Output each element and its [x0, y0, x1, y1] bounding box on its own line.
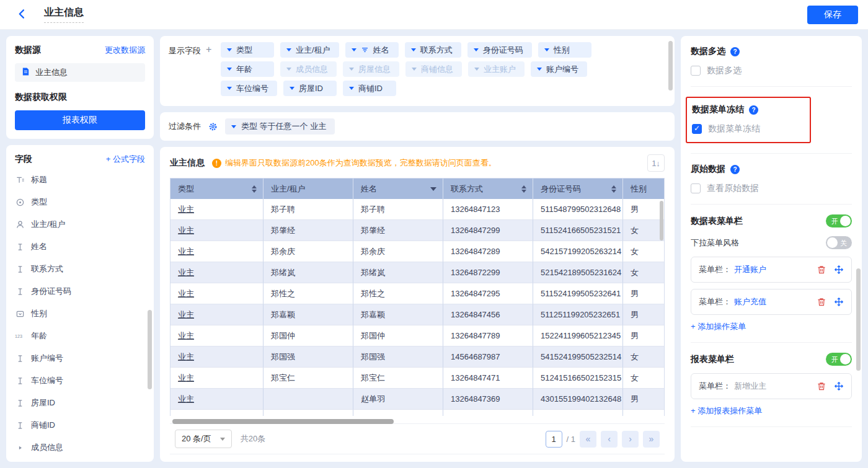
trash-icon[interactable]	[817, 381, 826, 391]
display-field-chip[interactable]: 房屋信息	[343, 61, 399, 77]
table-cell[interactable]: 业主	[170, 347, 264, 368]
help-icon[interactable]: ?	[730, 165, 740, 174]
display-field-chip[interactable]: 性别	[538, 42, 591, 58]
table-cell[interactable]: 业主	[170, 325, 264, 347]
toggle-knob	[840, 216, 851, 226]
field-item[interactable]: 123年龄	[15, 325, 145, 347]
column-header[interactable]: 身份证号码	[533, 179, 623, 199]
move-icon[interactable]	[834, 265, 844, 275]
move-icon[interactable]	[834, 381, 844, 391]
table-cell[interactable]: 业主	[170, 304, 264, 325]
field-item[interactable]: 业主/租户	[15, 213, 145, 236]
sort-order-button[interactable]: 1↓	[647, 154, 665, 172]
field-item[interactable]: 类型	[15, 191, 145, 213]
menu-item-value[interactable]: 新增业主	[734, 381, 766, 392]
column-header[interactable]: 性别	[623, 179, 665, 199]
first-page-button[interactable]: «	[580, 431, 596, 448]
display-field-chip[interactable]: 成员信息	[280, 61, 337, 77]
field-item[interactable]: 商铺ID	[15, 414, 145, 436]
column-header[interactable]: 姓名	[353, 179, 443, 199]
table-cell[interactable]: 业主	[170, 241, 264, 262]
datasource-item[interactable]: 业主信息	[15, 63, 145, 82]
filter-label: 过滤条件	[169, 121, 201, 132]
field-item[interactable]: 标题	[15, 169, 145, 191]
column-header[interactable]: 类型	[170, 179, 264, 199]
field-item[interactable]: 房屋ID	[15, 392, 145, 414]
table-cell[interactable]: 业主	[170, 283, 264, 304]
table-menu-toggle[interactable]: 开	[826, 214, 852, 227]
table-cell: 541524199505232514	[533, 347, 623, 368]
fields-scrollbar[interactable]	[148, 310, 152, 389]
field-item[interactable]: 性别	[15, 302, 145, 325]
field-item[interactable]: 身份证号码	[15, 280, 145, 302]
dropdown-style-toggle[interactable]: 关	[826, 236, 852, 249]
change-datasource-link[interactable]: 更改数据源	[105, 45, 145, 56]
display-field-chip[interactable]: 商铺信息	[405, 61, 462, 77]
filter-condition-chip[interactable]: 类型 等于任意一个 业主	[225, 118, 335, 135]
table-cell[interactable]: 业主	[170, 262, 264, 283]
back-button[interactable]	[16, 8, 28, 22]
field-item[interactable]: 账户编号	[15, 347, 145, 369]
table-horizontal-scrollbar[interactable]	[172, 419, 394, 424]
table-cell[interactable]: 业主	[170, 220, 264, 241]
display-field-chip[interactable]: 年龄	[221, 61, 274, 77]
next-page-button[interactable]: ›	[622, 431, 639, 448]
display-field-chip[interactable]: 姓名	[345, 42, 399, 58]
add-display-field-button[interactable]: +	[206, 45, 211, 54]
move-icon[interactable]	[834, 297, 844, 307]
help-icon[interactable]: ?	[749, 105, 758, 115]
display-field-chip[interactable]: 房屋ID	[283, 81, 337, 96]
gear-icon[interactable]	[208, 122, 218, 131]
add-report-action-menu-link[interactable]: + 添加报表操作菜单	[691, 405, 852, 417]
column-header[interactable]: 联系方式	[443, 179, 533, 199]
report-menu-toggle[interactable]: 开	[826, 353, 852, 366]
trash-icon[interactable]	[817, 297, 826, 307]
table-row: 业主郑宝仁郑宝仁13264847471512415166502152315女	[170, 368, 664, 389]
table-cell[interactable]: 业主	[170, 410, 264, 416]
display-field-chip[interactable]: 联系方式	[405, 42, 461, 58]
prev-page-button[interactable]: ‹	[601, 431, 618, 448]
sort-desc-icon[interactable]	[430, 187, 436, 191]
warning-text: 编辑界面只取数据源前200条作为查询数据预览，完整数据请访问页面查看。	[225, 157, 497, 169]
field-item[interactable]: 姓名	[15, 236, 145, 258]
report-permission-button[interactable]: 报表权限	[15, 110, 145, 130]
table-cell[interactable]: 业主	[170, 199, 264, 220]
menu-item-value[interactable]: 账户充值	[734, 296, 766, 307]
display-field-chip[interactable]: 业主/租户	[280, 42, 339, 58]
field-item[interactable]: 车位编号	[15, 369, 145, 392]
trash-icon[interactable]	[817, 265, 826, 275]
display-field-chip[interactable]: 身份证号码	[467, 42, 532, 58]
field-item[interactable]: 联系方式	[15, 258, 145, 280]
last-page-button[interactable]: »	[643, 431, 660, 448]
table-cell[interactable]: 业主	[170, 368, 264, 389]
page-number-input[interactable]: 1	[546, 431, 562, 448]
field-label: 商铺ID	[31, 420, 55, 431]
chevron-down-icon	[227, 68, 232, 71]
field-item[interactable]: 房屋信息	[15, 459, 145, 462]
display-field-chip[interactable]: 商铺ID	[343, 81, 396, 96]
sort-icon[interactable]	[252, 185, 257, 193]
page-size-select[interactable]: 20 条/页	[175, 430, 232, 448]
display-field-chip[interactable]: 类型	[221, 42, 274, 58]
display-field-chip[interactable]: 账户编号	[531, 61, 587, 77]
display-field-chip[interactable]: 车位编号	[221, 81, 277, 96]
filter-lines-icon	[361, 46, 369, 54]
display-field-chip[interactable]: 业主账户	[468, 61, 525, 77]
table-cell[interactable]: 业主	[170, 389, 264, 410]
menu-freeze-checkbox[interactable]	[692, 124, 702, 134]
sort-icon[interactable]	[611, 185, 616, 193]
column-header[interactable]: 业主/租户	[264, 179, 353, 199]
help-icon[interactable]: ?	[730, 47, 740, 56]
pagination-bar: 20 条/页 共20条 1 / 1 « ‹ › »	[170, 423, 665, 454]
multi-select-checkbox[interactable]	[691, 66, 701, 76]
menu-item-value[interactable]: 开通账户	[734, 264, 766, 275]
sort-icon[interactable]	[521, 185, 526, 193]
settings-scrollbar[interactable]	[856, 268, 861, 371]
save-button[interactable]: 保存	[807, 6, 858, 24]
add-formula-field-link[interactable]: + 公式字段	[106, 154, 145, 165]
raw-data-checkbox[interactable]	[691, 183, 701, 193]
table-vertical-scrollbar[interactable]	[660, 201, 663, 241]
add-action-menu-link[interactable]: + 添加操作菜单	[691, 321, 852, 332]
display-fields-scrollbar[interactable]	[668, 41, 673, 91]
field-item[interactable]: 成员信息	[15, 436, 145, 459]
